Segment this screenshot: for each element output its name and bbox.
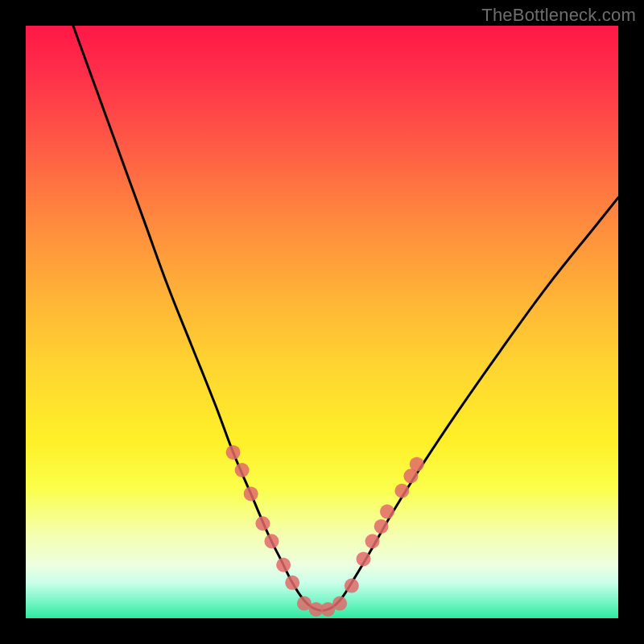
highlight-point — [264, 534, 279, 548]
highlight-point — [357, 551, 371, 566]
highlight-point — [410, 457, 424, 472]
highlight-point — [255, 516, 270, 530]
highlight-point — [285, 576, 299, 590]
highlight-point — [365, 534, 380, 548]
highlight-point — [332, 597, 347, 611]
highlight-point — [276, 558, 291, 572]
highlight-point — [226, 445, 241, 460]
highlight-point — [235, 463, 250, 477]
highlight-point — [345, 579, 359, 593]
highlight-point — [380, 505, 394, 519]
bottleneck-curve — [73, 26, 618, 611]
watermark-text: TheBottleneck.com — [481, 5, 636, 26]
chart-svg — [26, 26, 618, 618]
chart-frame: TheBottleneck.com — [0, 0, 644, 644]
plot-area — [26, 26, 618, 618]
highlight-point — [394, 484, 409, 498]
highlighted-points-group — [226, 445, 424, 617]
highlight-point — [244, 486, 258, 501]
highlight-point — [374, 519, 389, 534]
